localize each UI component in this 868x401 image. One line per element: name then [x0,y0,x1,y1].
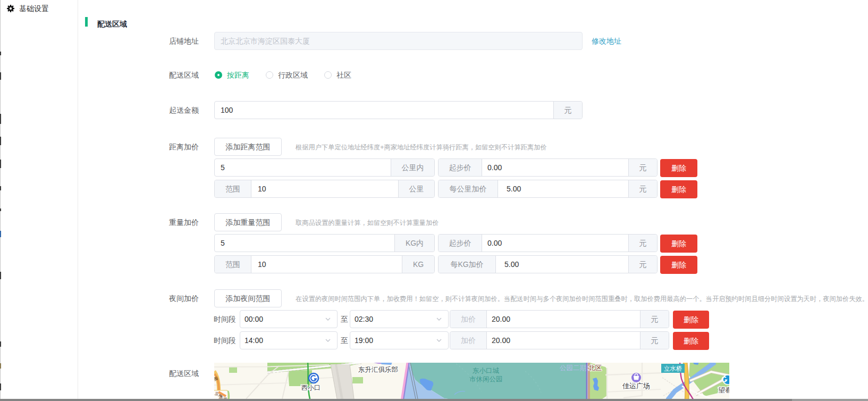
svg-text:东升汇俱乐部: 东升汇俱乐部 [358,366,398,373]
svg-text:西小口: 西小口 [301,384,321,391]
svg-text:佳运广场: 佳运广场 [622,382,650,390]
svg-text:立水桥: 立水桥 [664,365,682,372]
svg-text:公园二期: 公园二期 [560,364,586,372]
svg-text:市休闲公园: 市休闲公园 [469,375,503,383]
svg-text:北区: 北区 [588,364,602,372]
svg-text:东小口城: 东小口城 [473,367,500,374]
svg-text:望春: 望春 [718,386,729,394]
